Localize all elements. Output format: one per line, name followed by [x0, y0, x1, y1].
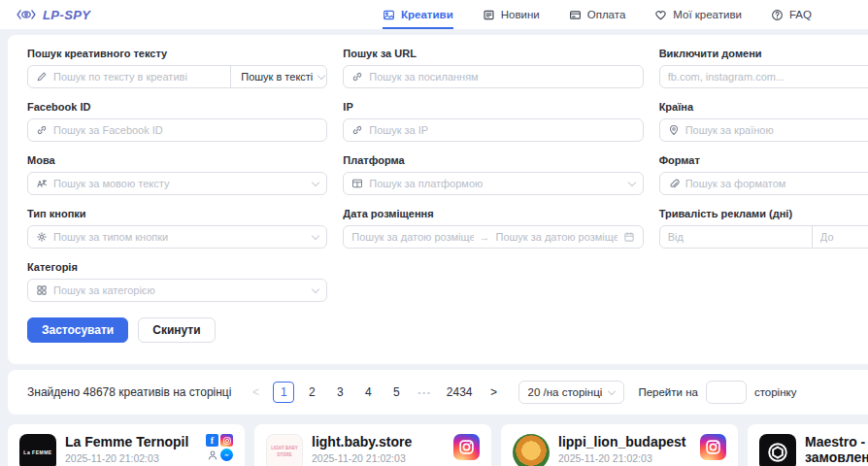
tab-creatives[interactable]: Креативи: [383, 0, 453, 29]
creative-cards-row: La FEMME La Femme Ternopil 2025-11-20 21…: [8, 424, 868, 466]
card-title[interactable]: lippi_lion_budapest: [558, 434, 691, 449]
card-title[interactable]: La Femme Ternopil: [65, 434, 197, 449]
goto-page-input[interactable]: [706, 381, 747, 404]
pagination-ellipsis[interactable]: •••: [414, 382, 435, 403]
logo-text: LP-SPY: [43, 8, 90, 22]
grid-icon: [36, 284, 48, 296]
filter-label: Пошук креативного тексту: [27, 48, 327, 59]
platform-select[interactable]: [343, 172, 643, 195]
link-icon: [36, 124, 48, 136]
country-input[interactable]: [685, 124, 868, 136]
arrow-right-icon: →: [480, 231, 490, 243]
tab-my-creatives[interactable]: Мої креативи: [654, 0, 742, 29]
goto-prefix: Перейти на: [638, 386, 698, 398]
pencil-icon: [36, 71, 48, 83]
filter-creative-text: Пошук креативного тексту Пошук в тексті: [27, 48, 327, 88]
facebook-icon[interactable]: f: [206, 434, 218, 447]
language-select[interactable]: [27, 172, 327, 195]
filter-ip: IP: [343, 101, 643, 142]
filter-button-type: Тип кнопки: [27, 208, 327, 249]
card-title[interactable]: Maestro - кухні, меблі замовлення в Ужго…: [805, 434, 868, 465]
filter-label: Платформа: [343, 154, 643, 166]
logo-eye-icon: [16, 8, 37, 21]
filter-exclude-domains: Виключити домени: [659, 48, 868, 88]
messenger-icon[interactable]: [220, 449, 233, 461]
gear-icon: [36, 231, 48, 243]
main-nav: Креативи Новини Оплата Мої креативи FAQ: [383, 0, 812, 29]
tab-label: Новини: [501, 9, 540, 20]
avatar[interactable]: LIGHT BABY STORE: [266, 434, 303, 466]
pagination-page-1[interactable]: 1: [273, 382, 294, 403]
filter-label: Країна: [659, 101, 868, 113]
facebook-id-input[interactable]: [53, 124, 318, 136]
platform-input[interactable]: [369, 178, 622, 189]
url-input[interactable]: [369, 71, 634, 83]
button-type-select[interactable]: [27, 225, 327, 249]
filter-country: Країна: [659, 101, 868, 142]
instagram-icon[interactable]: [700, 434, 726, 460]
filter-label: Тривалість реклами (дні): [659, 208, 868, 219]
category-input[interactable]: [53, 284, 307, 296]
date-from-input[interactable]: [351, 231, 473, 243]
heart-icon: [654, 9, 667, 21]
duration-to-input[interactable]: [812, 226, 868, 248]
calendar-icon: [623, 231, 635, 243]
format-input[interactable]: [685, 178, 868, 189]
category-select[interactable]: [27, 279, 327, 302]
pagination-page-3[interactable]: 3: [329, 382, 351, 403]
pagination-prev-button[interactable]: <: [245, 382, 266, 403]
date-to-input[interactable]: [496, 231, 618, 243]
link-icon: [351, 124, 363, 136]
creative-card: Maestro - кухні, меблі замовлення в Ужго…: [748, 424, 868, 466]
paperclip-icon: [668, 178, 680, 189]
button-type-input[interactable]: [53, 231, 307, 243]
tab-news[interactable]: Новини: [483, 0, 540, 29]
filter-label: Формат: [659, 154, 868, 166]
page-size-select[interactable]: 20 /на сторінці: [518, 381, 625, 404]
filter-label: IP: [343, 101, 643, 113]
filter-language: Мова: [27, 154, 327, 195]
instagram-icon[interactable]: [453, 434, 480, 460]
language-input[interactable]: [53, 178, 307, 189]
results-summary: Знайдено 48678 креативів на сторінці: [27, 385, 231, 399]
filter-label: Пошук за URL: [343, 48, 643, 59]
reset-button[interactable]: Скинути: [138, 317, 215, 343]
creative-text-input[interactable]: [53, 71, 224, 83]
location-pin-icon: [668, 124, 680, 136]
pagination-last-page[interactable]: 2434: [443, 382, 477, 403]
exclude-domains-input[interactable]: [668, 71, 868, 83]
link-icon: [351, 71, 363, 83]
tab-label: Креативи: [401, 9, 453, 20]
translate-icon: [36, 178, 48, 189]
image-icon: [383, 9, 395, 21]
lion-avatar[interactable]: [513, 434, 550, 466]
app-logo[interactable]: LP-SPY: [16, 8, 90, 22]
platform-icon: [351, 178, 363, 189]
text-search-mode-select[interactable]: Пошук в тексті: [230, 66, 326, 87]
avatar[interactable]: La FEMME: [19, 434, 56, 466]
page-size-label: 20 /на сторінці: [528, 386, 603, 398]
chevron-down-icon: [312, 284, 319, 292]
pagination-page-4[interactable]: 4: [357, 382, 379, 403]
filter-duration: Тривалість реклами (дні): [659, 208, 868, 249]
emblem-avatar[interactable]: [759, 434, 796, 466]
top-navbar: LP-SPY Креативи Новини Оплата Мої креати…: [0, 0, 868, 29]
format-select[interactable]: [659, 172, 868, 195]
filter-label: Категорія: [27, 261, 327, 273]
pagination-next-button[interactable]: >: [484, 382, 505, 403]
pagination-page-2[interactable]: 2: [301, 382, 322, 403]
tab-payment[interactable]: Оплата: [569, 0, 626, 29]
tab-faq[interactable]: FAQ: [771, 0, 812, 29]
card-title[interactable]: light.baby.store: [312, 434, 445, 449]
audience-icon[interactable]: [206, 449, 218, 461]
duration-from-input[interactable]: [660, 226, 806, 248]
creative-card: LIGHT BABY STORE light.baby.store 2025-1…: [254, 424, 491, 466]
pagination-page-5[interactable]: 5: [385, 382, 407, 403]
chevron-down-icon: [608, 386, 616, 394]
filter-platform: Платформа: [343, 154, 643, 195]
ip-input[interactable]: [369, 124, 634, 136]
chevron-down-icon: [317, 71, 325, 79]
instagram-icon[interactable]: [220, 434, 233, 447]
filters-panel: Пошук креативного тексту Пошук в тексті …: [8, 35, 868, 364]
apply-button[interactable]: Застосувати: [27, 317, 128, 343]
